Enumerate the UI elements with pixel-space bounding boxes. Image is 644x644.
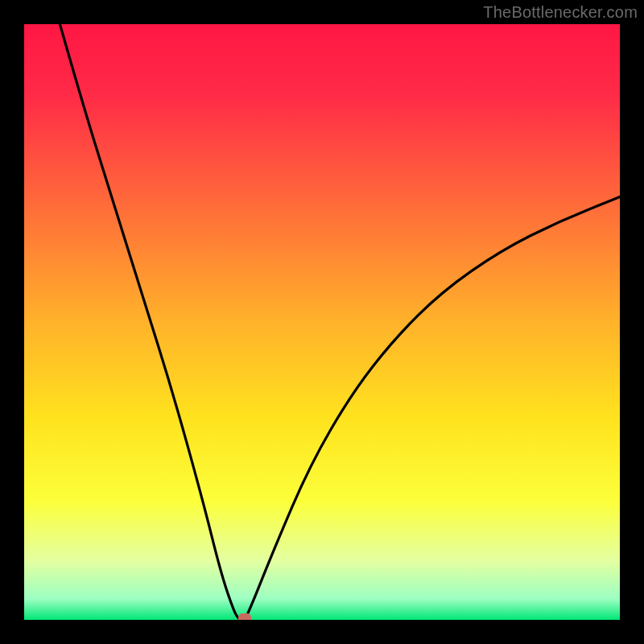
chart-frame: TheBottlenecker.com [0, 0, 644, 644]
plot-area [24, 24, 620, 620]
watermark-text: TheBottlenecker.com [483, 3, 638, 22]
bottleneck-curve [24, 24, 620, 620]
optimum-marker [238, 613, 251, 620]
